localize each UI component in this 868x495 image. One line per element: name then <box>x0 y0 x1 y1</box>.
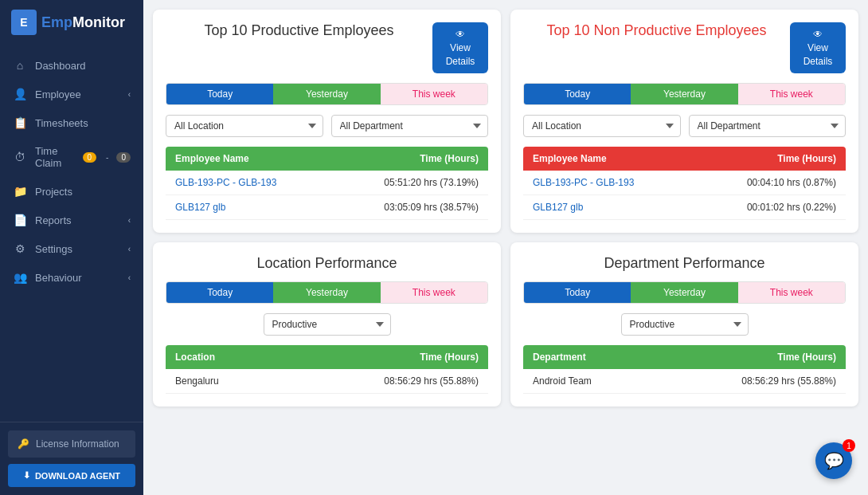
sidebar-item-reports[interactable]: 📄 Reports ‹ <box>0 206 143 234</box>
chat-button[interactable]: 💬 1 <box>815 442 852 479</box>
tab-this-week-department[interactable]: This week <box>738 282 845 303</box>
projects-icon: 📁 <box>13 185 27 198</box>
download-label: DOWNLOAD AGENT <box>35 471 120 481</box>
tab-today-productive[interactable]: Today <box>166 84 273 104</box>
non-productive-department-filter[interactable]: All Department <box>689 115 846 137</box>
productive-location-filter[interactable]: All Location <box>166 115 323 137</box>
sidebar-item-projects[interactable]: 📁 Projects <box>0 177 143 206</box>
col-location-header: Location <box>175 352 335 363</box>
location-performance-card: Location Performance Today Yesterday Thi… <box>153 242 501 407</box>
department-performance-header: Department Performance <box>523 255 846 272</box>
sidebar-item-dashboard[interactable]: ⌂ Dashboard <box>0 51 143 80</box>
tab-this-week-location[interactable]: This week <box>381 282 487 303</box>
sidebar-item-label: Settings <box>35 243 120 255</box>
sidebar-bottom: 🔑 License Information ⬇ DOWNLOAD AGENT <box>0 422 143 495</box>
location-performance-title: Location Performance <box>166 255 488 272</box>
col-time-header: Time (Hours) <box>335 153 479 164</box>
logo-icon: E <box>11 10 37 35</box>
employee-name[interactable]: GLB127 glb <box>175 202 335 213</box>
tab-yesterday-productive[interactable]: Yesterday <box>273 84 380 104</box>
employee-time: 00:04:10 hrs (0.87%) <box>693 177 836 188</box>
top-productive-header: Top 10 Productive Employees 👁 View Detai… <box>166 22 488 73</box>
settings-icon: ⚙ <box>13 242 27 255</box>
productive-filter-row: All Location All Department <box>166 115 488 137</box>
tab-today-department[interactable]: Today <box>524 282 631 303</box>
location-time: 08:56:29 hrs (55.88%) <box>335 375 479 387</box>
employee-time: 03:05:09 hrs (38.57%) <box>335 202 479 213</box>
tab-this-week-productive[interactable]: This week <box>381 84 487 104</box>
sidebar-item-behaviour[interactable]: 👥 Behaviour ‹ <box>0 263 143 292</box>
chat-icon: 💬 <box>824 451 844 470</box>
tab-yesterday-non-productive[interactable]: Yesterday <box>631 84 737 104</box>
top-non-productive-view-details-button[interactable]: 👁 View Details <box>790 22 846 73</box>
table-row: GLB127 glb 03:05:09 hrs (38.57%) <box>166 195 488 220</box>
tab-today-non-productive[interactable]: Today <box>524 84 631 104</box>
table-row: GLB-193-PC - GLB-193 00:04:10 hrs (0.87%… <box>523 171 846 195</box>
top-productive-view-details-button[interactable]: 👁 View Details <box>432 22 488 73</box>
reports-icon: 📄 <box>13 214 27 226</box>
logo-area: E EmpMonitor <box>0 0 143 45</box>
chevron-right-icon: ‹ <box>128 216 131 225</box>
department-productive-select-row: Productive <box>523 313 846 336</box>
main-content: Top 10 Productive Employees 👁 View Detai… <box>143 0 868 495</box>
time-claim-badge: 0 <box>83 152 97 163</box>
productive-department-filter[interactable]: All Department <box>331 115 489 137</box>
top-non-productive-card: Top 10 Non Productive Employees 👁 View D… <box>510 10 858 233</box>
top-productive-card: Top 10 Productive Employees 👁 View Detai… <box>153 10 501 233</box>
sidebar-item-label: Time Claim <box>35 145 75 169</box>
location-performance-header: Location Performance <box>166 255 488 272</box>
sidebar-item-label: Behaviour <box>35 272 120 284</box>
department-tab-row: Today Yesterday This week <box>523 281 846 304</box>
department-productive-select[interactable]: Productive <box>621 313 749 336</box>
sidebar-item-settings[interactable]: ⚙ Settings ‹ <box>0 234 143 263</box>
top-non-productive-header: Top 10 Non Productive Employees 👁 View D… <box>523 22 846 73</box>
sidebar-item-time-claim[interactable]: ⏱ Time Claim 0 - 0 <box>0 137 143 177</box>
view-details-label: View <box>450 42 471 53</box>
location-tab-row: Today Yesterday This week <box>166 281 488 304</box>
non-productive-filter-row: All Location All Department <box>523 115 846 137</box>
table-row: Bengaluru 08:56:29 hrs (55.88%) <box>166 369 488 394</box>
col-department-header: Department <box>533 352 693 363</box>
sidebar-item-label: Timesheets <box>35 117 131 129</box>
tab-this-week-non-productive[interactable]: This week <box>738 84 845 104</box>
employee-name[interactable]: GLB-193-PC - GLB-193 <box>533 177 693 188</box>
location-productive-select[interactable]: Productive <box>264 313 391 336</box>
location-productive-select-row: Productive <box>166 313 488 336</box>
col-employee-header: Employee Name <box>175 153 335 164</box>
chevron-right-icon: ‹ <box>128 273 131 282</box>
timesheets-icon: 📋 <box>13 116 27 129</box>
logo-text: EmpMonitor <box>41 14 125 31</box>
logo-emp: Emp <box>41 14 72 30</box>
col-time-header: Time (Hours) <box>693 153 836 164</box>
tab-yesterday-department[interactable]: Yesterday <box>631 282 737 303</box>
tab-yesterday-location[interactable]: Yesterday <box>273 282 380 303</box>
location-name: Bengaluru <box>175 375 335 387</box>
productive-tab-row: Today Yesterday This week <box>166 83 488 105</box>
employee-time: 00:01:02 hrs (0.22%) <box>693 202 836 213</box>
sidebar-item-timesheets[interactable]: 📋 Timesheets <box>0 108 143 137</box>
table-row: GLB127 glb 00:01:02 hrs (0.22%) <box>523 195 846 220</box>
tab-today-location[interactable]: Today <box>166 282 273 303</box>
behaviour-icon: 👥 <box>13 271 27 284</box>
details-label: Details <box>803 56 833 67</box>
employee-icon: 👤 <box>13 88 27 100</box>
top-productive-title: Top 10 Productive Employees <box>166 22 432 39</box>
license-information-button[interactable]: 🔑 License Information <box>8 430 135 458</box>
sidebar-item-label: Projects <box>35 186 131 198</box>
eye-icon: 👁 <box>456 29 465 40</box>
employee-name[interactable]: GLB-193-PC - GLB-193 <box>175 177 335 188</box>
chat-badge: 1 <box>843 439 855 452</box>
download-agent-button[interactable]: ⬇ DOWNLOAD AGENT <box>8 464 135 487</box>
sidebar-item-employee[interactable]: 👤 Employee ‹ <box>0 80 143 108</box>
employee-name[interactable]: GLB127 glb <box>533 202 693 213</box>
chevron-right-icon: ‹ <box>128 90 131 99</box>
non-productive-location-filter[interactable]: All Location <box>523 115 681 137</box>
non-productive-tab-row: Today Yesterday This week <box>523 83 846 105</box>
non-productive-table-header: Employee Name Time (Hours) <box>523 147 846 171</box>
license-label: License Information <box>36 438 119 450</box>
employee-time: 05:51:20 hrs (73.19%) <box>335 177 479 188</box>
view-details-label: View <box>807 42 828 53</box>
eye-icon: 👁 <box>813 29 823 40</box>
sidebar-item-label: Dashboard <box>35 60 131 72</box>
nav-items: ⌂ Dashboard 👤 Employee ‹ 📋 Timesheets ⏱ … <box>0 45 143 422</box>
